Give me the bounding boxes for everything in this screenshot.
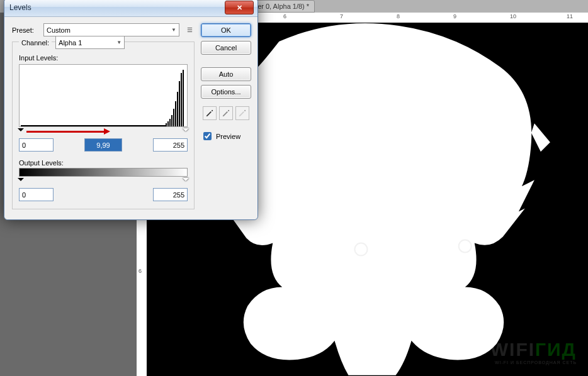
auto-button[interactable]: Auto — [201, 67, 251, 81]
cancel-button[interactable]: Cancel — [201, 41, 251, 55]
black-eyedropper-icon[interactable] — [203, 106, 217, 120]
output-levels-label: Output Levels: — [19, 159, 188, 167]
input-levels-label: Input Levels: — [19, 54, 188, 62]
gray-eyedropper-icon[interactable] — [219, 106, 233, 120]
watermark: WIFIГИД WI-FI И БЕСПРОВОДНАЯ СЕТЬ — [490, 339, 577, 365]
close-icon: ✕ — [237, 4, 242, 12]
annotation-arrow — [26, 131, 108, 133]
output-black-field[interactable] — [19, 188, 54, 201]
dialog-title: Levels — [8, 3, 31, 12]
input-slider[interactable] — [19, 128, 188, 137]
preset-menu-icon[interactable]: ☰ — [184, 25, 195, 35]
levels-dialog: Levels ✕ Preset: Custom ▼ ☰ Channel: Alp… — [4, 0, 258, 220]
histogram[interactable] — [19, 64, 188, 127]
white-eyedropper-icon[interactable] — [235, 106, 249, 120]
close-button[interactable]: ✕ — [225, 1, 254, 14]
chevron-down-icon: ▼ — [171, 27, 176, 33]
levels-fieldset: Channel: Alpha 1 ▼ Input Levels: — [12, 41, 195, 209]
channel-combo[interactable]: Alpha 1 ▼ — [55, 36, 125, 49]
input-gamma-field[interactable] — [84, 138, 122, 152]
output-white-field[interactable] — [153, 188, 188, 201]
preset-label: Preset: — [12, 26, 43, 34]
output-black-handle[interactable] — [18, 178, 24, 184]
output-white-handle[interactable] — [183, 178, 189, 184]
preview-checkbox-row[interactable]: Preview — [201, 130, 251, 142]
dialog-titlebar[interactable]: Levels ✕ — [4, 0, 257, 17]
black-point-handle[interactable] — [18, 128, 24, 135]
input-black-field[interactable] — [19, 138, 54, 152]
input-white-field[interactable] — [153, 138, 188, 152]
ok-button[interactable]: OK — [201, 23, 251, 37]
preview-checkbox[interactable] — [203, 132, 212, 140]
output-slider[interactable] — [19, 178, 188, 187]
options-button[interactable]: Options... — [201, 85, 251, 99]
white-point-handle[interactable] — [183, 128, 189, 135]
chevron-down-icon: ▼ — [116, 40, 122, 45]
output-gradient[interactable] — [19, 168, 188, 177]
preset-combo[interactable]: Custom ▼ — [43, 23, 179, 36]
channel-label: Channel: — [19, 39, 52, 47]
